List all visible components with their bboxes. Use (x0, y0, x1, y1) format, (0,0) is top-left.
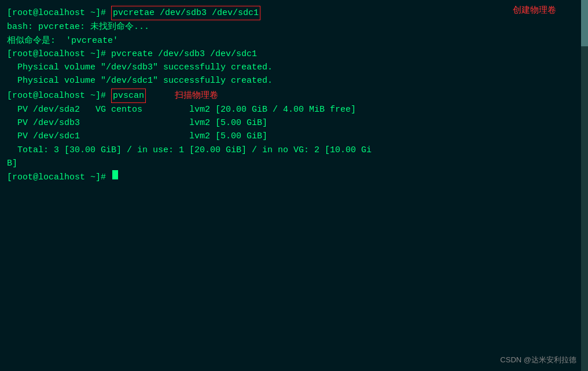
command-pvcretae: pvcretae /dev/sdb3 /dev/sdc1 (111, 6, 260, 20)
annotation-create-pv: 创建物理卷 (513, 5, 556, 16)
error-text: bash: pvcretae: 未找到命令... (7, 20, 149, 34)
command-pvcreate: pvcreate /dev/sdb3 /dev/sdc1 (111, 47, 257, 61)
terminal-line-12: B] (7, 157, 581, 170)
terminal-line-4: [root@localhost ~]# pvcreate /dev/sdb3 /… (7, 47, 581, 61)
terminal-cursor (112, 170, 118, 179)
watermark: CSDN @达米安利拉德 (500, 355, 576, 365)
terminal-line-5: Physical volume "/dev/sdb3" successfully… (7, 61, 581, 74)
terminal-line-3: 相似命令是: 'pvcreate' (7, 34, 581, 47)
terminal-line-6: Physical volume "/dev/sdc1" successfully… (7, 74, 581, 87)
terminal-line-11: Total: 3 [30.00 GiB] / in use: 1 [20.00 … (7, 144, 581, 157)
pvscan-sdc1: PV /dev/sdc1 lvm2 [5.00 GiB] (7, 130, 267, 143)
annotation-scan-pv: 扫描物理卷 (175, 88, 218, 101)
command-pvscan: pvscan (111, 89, 146, 103)
terminal-line-7: [root@localhost ~]# pvscan 扫描物理卷 (7, 88, 581, 103)
pvscan-total: Total: 3 [30.00 GiB] / in use: 1 [20.00 … (7, 144, 372, 157)
prompt-4: [root@localhost ~]# (7, 47, 111, 61)
prompt-7: [root@localhost ~]# (7, 89, 111, 102)
pvscan-sdb3: PV /dev/sdb3 lvm2 [5.00 GiB] (7, 116, 267, 130)
pv-created-sdc1: Physical volume "/dev/sdc1" successfully… (7, 74, 273, 87)
terminal-line-1: [root@localhost ~]# pvcretae /dev/sdb3 /… (7, 6, 581, 20)
prompt-1: [root@localhost ~]# (7, 6, 111, 20)
terminal-line-10: PV /dev/sdc1 lvm2 [5.00 GiB] (7, 130, 581, 143)
similar-cmd: 相似命令是: 'pvcreate' (7, 34, 118, 47)
terminal-window: [root@localhost ~]# pvcretae /dev/sdb3 /… (0, 0, 588, 371)
pvscan-total-cont: B] (7, 157, 17, 170)
scrollbar[interactable] (581, 0, 588, 371)
pv-created-sdb3: Physical volume "/dev/sdb3" successfully… (7, 61, 273, 74)
terminal-line-13: [root@localhost ~]# (7, 170, 581, 184)
terminal-line-8: PV /dev/sda2 VG centos lvm2 [20.00 GiB /… (7, 103, 581, 116)
terminal-line-9: PV /dev/sdb3 lvm2 [5.00 GiB] (7, 116, 581, 130)
pvscan-sda2: PV /dev/sda2 VG centos lvm2 [20.00 GiB /… (7, 103, 356, 116)
scrollbar-thumb[interactable] (581, 0, 588, 46)
terminal-line-2: bash: pvcretae: 未找到命令... (7, 20, 581, 34)
prompt-last: [root@localhost ~]# (7, 171, 111, 184)
